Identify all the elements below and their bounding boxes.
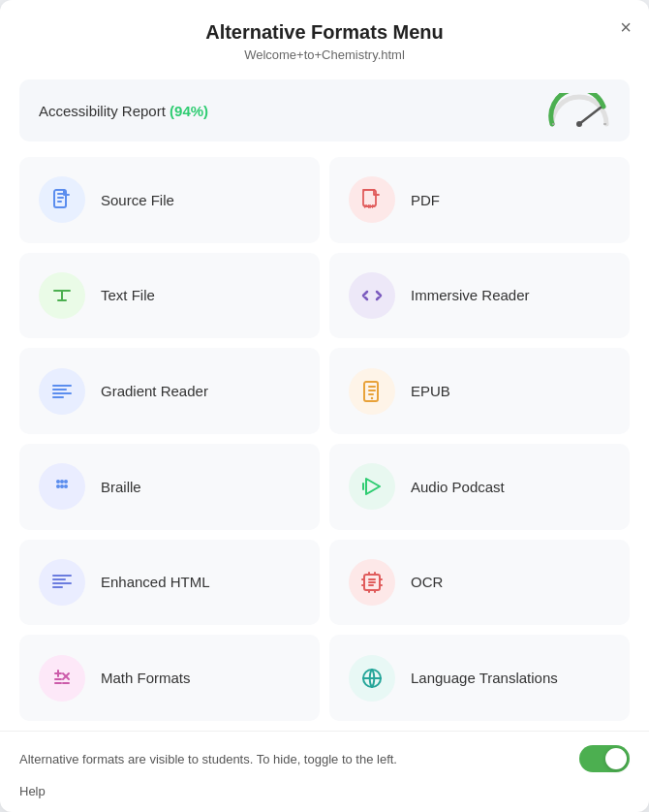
svg-point-17 xyxy=(64,484,68,488)
accessibility-bar: Accessibility Report (94%) xyxy=(19,79,630,141)
label-audio-podcast: Audio Podcast xyxy=(411,479,505,495)
grid-item-text-file[interactable]: Text File xyxy=(19,253,320,339)
grid-item-ocr[interactable]: OCR xyxy=(329,540,630,626)
svg-point-16 xyxy=(60,484,64,488)
label-language-translations: Language Translations xyxy=(411,670,558,686)
icon-source-file xyxy=(39,176,85,223)
close-button[interactable]: × xyxy=(620,17,632,37)
icon-gradient-reader xyxy=(39,368,85,415)
help-link[interactable]: Help xyxy=(0,780,649,812)
grid-item-audio-podcast[interactable]: Audio Podcast xyxy=(329,444,630,530)
modal-title: Alternative Formats Menu xyxy=(205,21,444,43)
svg-line-0 xyxy=(579,108,601,124)
grid-item-math-formats[interactable]: Math Formats xyxy=(19,635,320,721)
grid-item-epub[interactable]: EPUB xyxy=(329,348,630,434)
toggle-switch[interactable] xyxy=(579,745,630,772)
icon-audio-podcast xyxy=(349,463,395,510)
icon-language-translations xyxy=(349,655,395,702)
icon-epub xyxy=(349,368,395,415)
label-math-formats: Math Formats xyxy=(101,670,191,686)
accessibility-percent: (94%) xyxy=(170,103,208,119)
label-immersive-reader: Immersive Reader xyxy=(411,287,530,303)
svg-point-13 xyxy=(60,480,64,484)
svg-point-14 xyxy=(64,480,68,484)
label-braille: Braille xyxy=(101,479,141,495)
label-pdf: PDF xyxy=(411,192,440,208)
accessibility-label: Accessibility Report (94%) xyxy=(39,103,208,119)
grid-container: Source FilePDFPDFText FileImmersive Read… xyxy=(0,147,649,731)
grid-item-enhanced-html[interactable]: Enhanced HTML xyxy=(19,540,320,626)
icon-ocr xyxy=(349,559,395,606)
footer: Alternative formats are visible to stude… xyxy=(0,731,649,780)
icon-braille xyxy=(39,463,85,510)
modal: Alternative Formats Menu Welcome+to+Chem… xyxy=(0,0,649,812)
label-enhanced-html: Enhanced HTML xyxy=(101,574,210,590)
grid-item-braille[interactable]: Braille xyxy=(19,444,320,530)
label-ocr: OCR xyxy=(411,574,443,590)
grid-item-gradient-reader[interactable]: Gradient Reader xyxy=(19,348,320,434)
toggle-knob xyxy=(605,748,627,769)
grid-item-source-file[interactable]: Source File xyxy=(19,157,320,243)
icon-math-formats xyxy=(39,655,85,702)
icon-immersive-reader xyxy=(349,272,395,319)
svg-marker-18 xyxy=(366,479,380,494)
modal-header: Alternative Formats Menu Welcome+to+Chem… xyxy=(0,0,649,70)
svg-text:PDF: PDF xyxy=(364,203,376,209)
grid-item-pdf[interactable]: PDFPDF xyxy=(329,157,630,243)
gauge xyxy=(548,93,610,128)
label-gradient-reader: Gradient Reader xyxy=(101,383,208,399)
label-source-file: Source File xyxy=(101,192,174,208)
icon-text-file xyxy=(39,272,85,319)
footer-text: Alternative formats are visible to stude… xyxy=(19,752,397,766)
svg-point-12 xyxy=(56,480,60,484)
svg-point-1 xyxy=(576,121,582,127)
label-epub: EPUB xyxy=(411,383,450,399)
icon-enhanced-html xyxy=(39,559,85,606)
svg-point-15 xyxy=(56,484,60,488)
grid-item-language-translations[interactable]: Language Translations xyxy=(329,635,630,721)
modal-subtitle: Welcome+to+Chemistry.html xyxy=(39,47,610,62)
icon-pdf: PDF xyxy=(349,176,395,223)
grid-item-immersive-reader[interactable]: Immersive Reader xyxy=(329,253,630,339)
label-text-file: Text File xyxy=(101,287,155,303)
